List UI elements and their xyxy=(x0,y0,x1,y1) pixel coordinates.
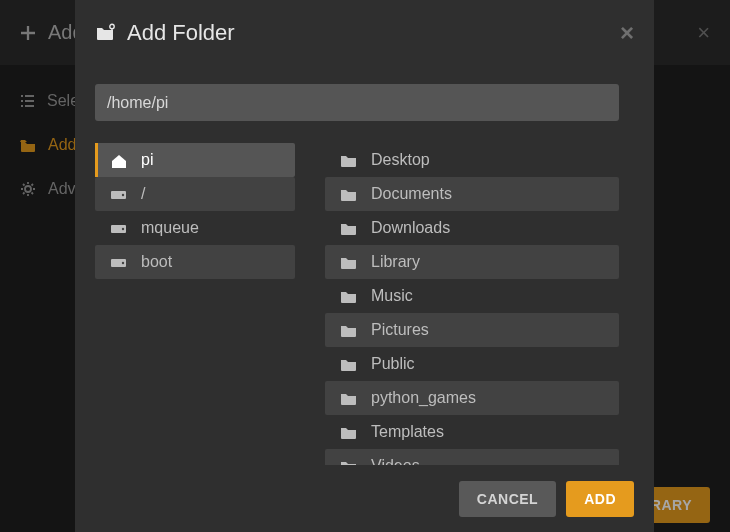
folder-icon xyxy=(339,391,357,406)
device-entry[interactable]: mqueue xyxy=(95,211,295,245)
device-column: pi/mqueueboot xyxy=(95,143,295,465)
device-entry-label: / xyxy=(141,185,145,203)
folder-entry-label: Music xyxy=(371,287,413,305)
folder-pin-icon xyxy=(95,23,117,43)
folder-icon xyxy=(339,289,357,304)
folder-columns: pi/mqueueboot DesktopDocumentsDownloadsL… xyxy=(95,143,619,465)
folder-icon xyxy=(339,323,357,338)
folder-entry-label: Documents xyxy=(371,185,452,203)
folder-entry-label: Videos xyxy=(371,457,420,465)
folder-entry[interactable]: Desktop xyxy=(325,143,619,177)
add-button[interactable]: ADD xyxy=(566,481,634,517)
device-entry-label: boot xyxy=(141,253,172,271)
device-entry[interactable]: pi xyxy=(95,143,295,177)
device-entry[interactable]: / xyxy=(95,177,295,211)
folder-entry-label: Pictures xyxy=(371,321,429,339)
path-input[interactable] xyxy=(95,84,619,121)
folder-icon xyxy=(339,187,357,202)
folder-entry-label: Downloads xyxy=(371,219,450,237)
modal-footer: CANCEL ADD xyxy=(75,466,654,532)
add-folder-modal: Add Folder × pi/mqueueboot DesktopDocume… xyxy=(75,0,654,532)
folder-entry[interactable]: Public xyxy=(325,347,619,381)
folder-icon xyxy=(339,459,357,466)
folder-icon xyxy=(339,425,357,440)
modal-close-button[interactable]: × xyxy=(620,19,634,47)
folder-entry-label: Library xyxy=(371,253,420,271)
drive-icon xyxy=(109,221,127,236)
device-entry-label: mqueue xyxy=(141,219,199,237)
folder-entry[interactable]: Documents xyxy=(325,177,619,211)
folder-icon xyxy=(339,357,357,372)
modal-header: Add Folder × xyxy=(75,0,654,65)
home-icon xyxy=(109,153,127,168)
drive-icon xyxy=(109,187,127,202)
folder-entry[interactable]: python_games xyxy=(325,381,619,415)
folder-entry[interactable]: Library xyxy=(325,245,619,279)
modal-title: Add Folder xyxy=(127,20,235,46)
folder-entry[interactable]: Videos xyxy=(325,449,619,465)
folder-entry[interactable]: Templates xyxy=(325,415,619,449)
cancel-button[interactable]: CANCEL xyxy=(459,481,556,517)
folder-entry[interactable]: Pictures xyxy=(325,313,619,347)
folder-entry-label: Public xyxy=(371,355,415,373)
modal-scroll-area[interactable]: pi/mqueueboot DesktopDocumentsDownloadsL… xyxy=(95,65,634,465)
modal-body: pi/mqueueboot DesktopDocumentsDownloadsL… xyxy=(75,65,654,466)
folder-entry[interactable]: Music xyxy=(325,279,619,313)
folder-entry[interactable]: Downloads xyxy=(325,211,619,245)
folder-icon xyxy=(339,153,357,168)
folder-column: DesktopDocumentsDownloadsLibraryMusicPic… xyxy=(325,143,619,465)
device-entry[interactable]: boot xyxy=(95,245,295,279)
device-entry-label: pi xyxy=(141,151,153,169)
folder-entry-label: python_games xyxy=(371,389,476,407)
folder-icon xyxy=(339,221,357,236)
folder-icon xyxy=(339,255,357,270)
drive-icon xyxy=(109,255,127,270)
folder-entry-label: Templates xyxy=(371,423,444,441)
folder-entry-label: Desktop xyxy=(371,151,430,169)
